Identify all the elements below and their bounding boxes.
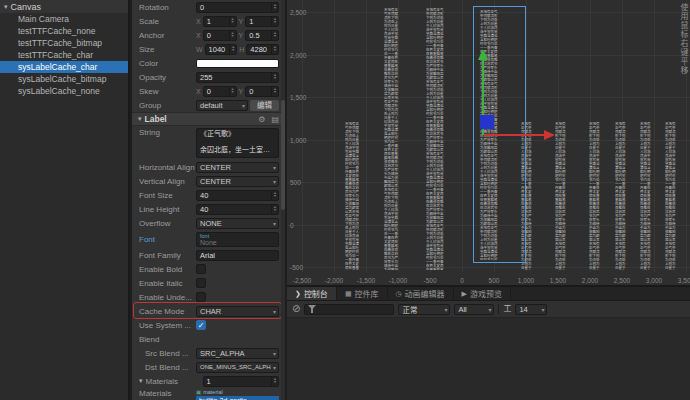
menu-icon[interactable]: ▤ [271, 115, 279, 124]
rotation-input[interactable]: 0▲▼ [196, 2, 279, 13]
hierarchy-item-syslabelcache-bitmap[interactable]: sysLabelCache_bitmap [0, 73, 128, 85]
axis-prefix-x: X [196, 18, 201, 25]
rendered-label-node-9[interactable]: 天地有正气杂然赋流形下则为河岳上则为日星于人曰浩然沛乎塞苍冥皇路当清夷含和吐明庭… [640, 122, 651, 270]
rendered-label-node-2[interactable]: 天地有正气杂然赋流形下则为河岳上则为日星于人曰浩然沛乎塞苍冥皇路当清夷含和吐明庭… [384, 8, 399, 270]
collapse-caret-icon[interactable]: ▾ [139, 377, 143, 385]
x-axis-label: -2,000 [325, 277, 343, 284]
font-asset-slot[interactable]: fontNone [196, 232, 279, 247]
console-output-area [287, 318, 690, 400]
label-size: Size [139, 45, 196, 54]
label-skew: Skew [139, 87, 196, 96]
use-system-checkbox[interactable]: ✓ [196, 320, 206, 330]
material-icon: ▣ [196, 389, 201, 395]
hierarchy-item-main-camera[interactable]: Main Camera [0, 13, 128, 25]
hierarchy-item-testttfcache-char[interactable]: testTTFCache_char [0, 49, 128, 61]
opacity-input[interactable]: 255▲▼ [196, 72, 279, 83]
anchor-y-input[interactable]: 0.5▲▼ [245, 30, 279, 41]
scale-y-input[interactable]: 1▲▼ [245, 16, 279, 27]
axis-prefix-x: X [196, 32, 201, 39]
label-enable-bold: Enable Bold [139, 265, 196, 274]
rendered-label-node-8[interactable]: 天地有正气杂然赋流形下则为河岳上则为日星于人曰浩然沛乎塞苍冥皇路当清夷含和吐明庭… [615, 122, 626, 270]
gizmo-x-axis[interactable] [484, 134, 544, 136]
collapse-caret-icon[interactable]: ▾ [138, 115, 142, 123]
clear-console-icon[interactable]: ⊘ [292, 304, 300, 314]
scrollbar-thumb[interactable] [281, 100, 285, 210]
vertical-align-select[interactable]: CENTER▾ [196, 176, 279, 187]
materials-input[interactable]: 1▲▼ [203, 376, 279, 387]
axis-prefix-y: Y [239, 88, 244, 95]
anchor-x-input[interactable]: 0▲▼ [203, 30, 237, 41]
gizmo-x-arrowhead-icon[interactable] [544, 130, 555, 140]
x-axis-label: 2,000 [582, 277, 598, 284]
skew-y-input[interactable]: 0▲▼ [245, 86, 279, 97]
group-select[interactable]: default▾ [196, 100, 248, 111]
hierarchy-item-syslabelcache-none[interactable]: sysLabelCache_none [0, 85, 128, 97]
collapse-caret-icon[interactable]: ▾ [4, 3, 8, 11]
inspector-scrollbar[interactable] [281, 0, 285, 400]
label-blend: Blend [139, 335, 196, 344]
row-overflow: OverflowNONE▾ [132, 216, 285, 230]
tab-label: 动画编辑器 [405, 288, 445, 299]
label-materials: Materials [146, 377, 203, 386]
size-w-input[interactable]: 1040▲▼ [205, 44, 238, 55]
string-textarea[interactable]: 《正气歌》 余囚北庭，坐一土室… [196, 128, 279, 158]
rendered-label-node-1[interactable]: 天地有正气杂然赋流形下则为河岳上则为日星于人曰浩然沛乎塞苍冥皇路当清夷含和吐明庭… [345, 122, 359, 270]
y-axis-label: -500 [290, 264, 303, 271]
axis-prefix-w: W [196, 46, 203, 53]
label-opacity: Opacity [139, 73, 196, 82]
gizmo-y-arrowhead-icon[interactable] [478, 49, 488, 60]
rendered-label-node-3[interactable]: 天地有正气杂然赋流形下则为河岳上则为日星于人曰浩然沛乎塞苍冥皇路当清夷含和吐明庭… [426, 8, 444, 270]
material-asset-field[interactable]: builtin-2d-sprite [196, 396, 279, 400]
hierarchy-item-testttfcache-bitmap[interactable]: testTTFCache_bitmap [0, 37, 128, 49]
gizmo-anchor-handle[interactable] [480, 115, 494, 129]
horizontal-align-select[interactable]: CENTER▾ [196, 162, 279, 173]
text-tool-icon[interactable]: 工 [503, 304, 511, 314]
section-header-label[interactable]: ▾Label⚙▤ [132, 112, 285, 126]
hierarchy-item-syslabelcache-char[interactable]: sysLabelCache_char [0, 61, 128, 73]
label-scale: Scale [139, 17, 196, 26]
cache-mode-select[interactable]: CHAR▾ [196, 306, 279, 317]
edit-group-button[interactable]: 编辑 [250, 100, 279, 111]
row-horizontal-align: Horizontal AlignCENTER▾ [132, 160, 285, 174]
label-vertical-align: Vertical Align [139, 177, 196, 186]
rendered-label-node-6[interactable]: 天地有正气杂然赋流形下则为河岳上则为日星于人曰浩然沛乎塞苍冥皇路当清夷含和吐明庭… [555, 122, 568, 270]
dst-blend-select[interactable]: ONE_MINUS_SRC_ALPHA▾ [196, 362, 279, 373]
overflow-select[interactable]: NONE▾ [196, 218, 279, 229]
font-size-input[interactable]: 40▲▼ [196, 190, 279, 201]
label-group: Group [139, 101, 196, 110]
enable-bold-checkbox[interactable] [196, 264, 206, 274]
tab-console[interactable]: ❯控制台 [287, 287, 337, 300]
line-height-input[interactable]: 40▲▼ [196, 204, 279, 215]
tab-animation-editor[interactable]: ◷动画编辑器 [388, 287, 454, 300]
row-opacity: Opacity255▲▼ [132, 70, 285, 84]
font-family-input[interactable]: Arial [196, 250, 279, 261]
tab-game-preview[interactable]: ▶游戏预览 [454, 287, 511, 300]
rendered-label-node-7[interactable]: 天地有正气杂然赋流形下则为河岳上则为日星于人曰浩然沛乎塞苍冥皇路当清夷含和吐明庭… [589, 122, 600, 270]
log-filter-select[interactable]: All▾ [454, 304, 494, 315]
label-string: String [139, 128, 196, 137]
font-size-select[interactable]: 14▾ [515, 304, 547, 315]
x-axis-label: 2,500 [614, 277, 630, 284]
tab-widget-library[interactable]: ▦控件库 [337, 287, 388, 300]
skew-x-input[interactable]: 0▲▼ [203, 86, 237, 97]
label-use-system: Use System ... [139, 321, 196, 330]
label-anchor: Anchor [139, 31, 196, 40]
enable-unde-checkbox[interactable] [196, 292, 206, 302]
enable-italic-checkbox[interactable] [196, 278, 206, 288]
row-enable-italic: Enable Italic [132, 276, 285, 290]
color-swatch[interactable] [196, 59, 279, 68]
row-materials: Materials▣materialbuiltin-2d-sprite [132, 388, 285, 400]
scale-x-input[interactable]: 1▲▼ [203, 16, 237, 27]
rendered-label-node-10[interactable]: 天地有正气杂然赋流形下则为河岳上则为日星于人曰浩然沛乎塞苍冥皇路当清夷含和吐明庭… [665, 122, 676, 270]
label-materials: Materials [139, 389, 196, 398]
scene-view[interactable]: -2,500-2,000-1,500-1,000-50005001,0001,5… [287, 0, 690, 285]
size-h-input[interactable]: 4280▲▼ [246, 44, 279, 55]
src-blend-select[interactable]: SRC_ALPHA▾ [196, 348, 279, 359]
console-filter-input[interactable] [304, 304, 394, 315]
log-level-select[interactable]: 正常▾ [398, 304, 450, 315]
hierarchy-root-canvas[interactable]: ▾ Canvas [0, 0, 128, 13]
gear-icon[interactable]: ⚙ [258, 115, 265, 124]
gridline-vertical [654, 0, 655, 272]
label-font-family: Font Family [139, 251, 196, 260]
hierarchy-item-testttfcache-none[interactable]: testTTFCache_none [0, 25, 128, 37]
